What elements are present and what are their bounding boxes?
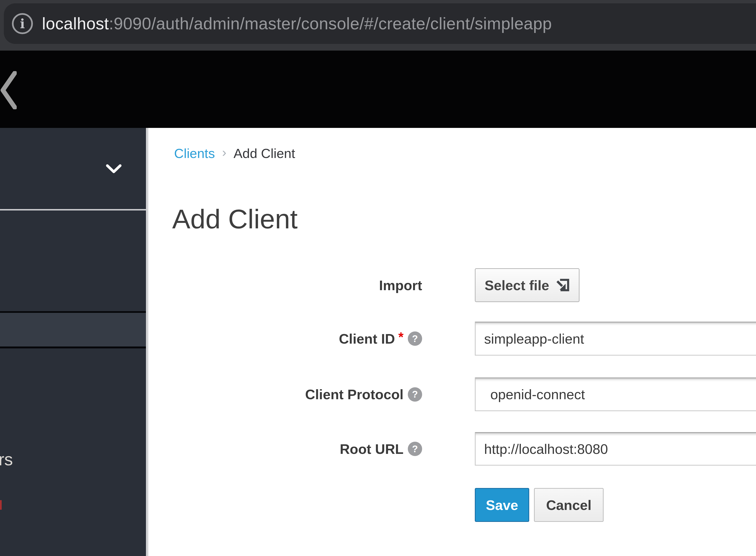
client-protocol-select[interactable]: openid-connect (475, 378, 756, 411)
address-bar[interactable]: i localhost:9090/auth/admin/master/conso… (4, 3, 756, 44)
logo-fragment-icon (0, 71, 17, 109)
client-protocol-label: Client Protocol (305, 386, 404, 402)
app-header (0, 50, 756, 128)
form-row-client-protocol: Client Protocol ? openid-connect (0, 378, 756, 411)
help-glyph: ? (412, 389, 418, 400)
url-text: localhost:9090/auth/admin/master/console… (42, 14, 552, 33)
breadcrumb-clients-link[interactable]: Clients (174, 145, 215, 161)
form-row-root-url: Root URL ? (0, 432, 756, 465)
chevron-down-icon[interactable] (106, 164, 122, 174)
help-icon[interactable]: ? (408, 387, 422, 402)
help-glyph: ? (412, 333, 418, 344)
import-icon (556, 278, 570, 292)
client-id-label: Client ID (339, 331, 395, 347)
site-info-icon[interactable]: i (12, 13, 33, 34)
form-row-client-id: Client ID * ? (0, 322, 756, 355)
client-protocol-value: openid-connect (490, 386, 585, 402)
form-row-import: Import Select file (0, 268, 756, 302)
chevron-right-icon: › (222, 145, 226, 160)
select-file-label: Select file (485, 277, 549, 293)
url-path: :9090/auth/admin/master/console/#/create… (109, 14, 552, 33)
help-glyph: ? (412, 444, 418, 454)
select-file-button[interactable]: Select file (475, 268, 579, 302)
save-button[interactable]: Save (475, 488, 529, 522)
info-glyph: i (20, 17, 25, 30)
help-icon[interactable]: ? (408, 332, 422, 346)
breadcrumb: Clients › Add Client (174, 145, 295, 162)
root-url-label: Root URL (340, 441, 404, 457)
required-asterisk: * (398, 329, 404, 345)
help-icon[interactable]: ? (408, 442, 422, 456)
form-row-actions: Save Cancel (0, 488, 756, 522)
import-label: Import (379, 277, 422, 293)
page-title: Add Client (172, 203, 298, 235)
browser-url-bar: i localhost:9090/auth/admin/master/conso… (0, 0, 756, 50)
url-host: localhost (42, 14, 109, 33)
sidebar-divider (0, 209, 146, 210)
breadcrumb-current: Add Client (233, 145, 295, 161)
client-id-input[interactable] (475, 322, 756, 355)
keycloak-add-client-screen: i localhost:9090/auth/admin/master/conso… (0, 0, 756, 556)
cancel-button[interactable]: Cancel (534, 488, 604, 522)
root-url-input[interactable] (475, 432, 756, 465)
